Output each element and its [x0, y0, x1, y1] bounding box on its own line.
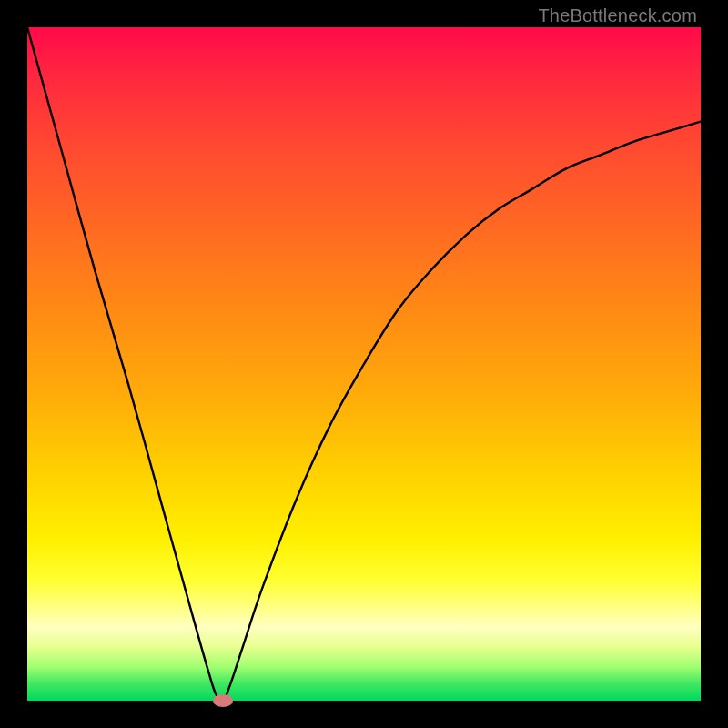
plot-area [27, 27, 701, 701]
bottleneck-curve [27, 27, 701, 701]
watermark-text: TheBottleneck.com [538, 5, 697, 26]
chart-frame: TheBottleneck.com [0, 0, 728, 728]
optimum-marker [213, 694, 233, 707]
